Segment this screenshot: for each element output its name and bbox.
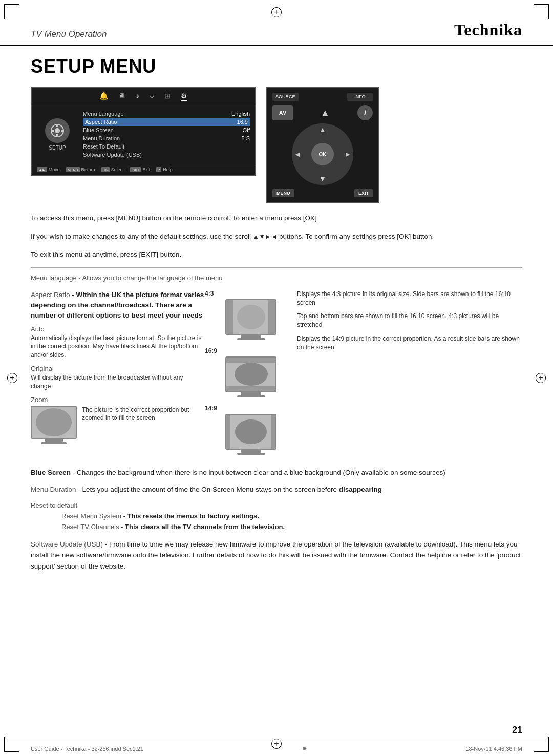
setup-icon xyxy=(45,118,70,143)
remote-menu-button: MENU xyxy=(272,189,294,197)
ratio-169-label: 16:9 xyxy=(205,347,297,354)
bell-icon: 🔔 xyxy=(99,92,108,101)
tv-menu-bottom-bar: ◄► Move MENU Return OK Select EXIT Exit … xyxy=(32,164,255,175)
page-number: 21 xyxy=(512,725,522,736)
scroll-arrows-icon: ▲▼►◄ xyxy=(253,232,278,242)
tv-menu-row-software: Software Update (USB) xyxy=(83,151,250,159)
main-content: SETUP MENU 🔔 🖥 ♪ ○ ⊞ ⚙ xyxy=(0,51,553,598)
grid-icon: ⊞ xyxy=(164,92,171,101)
svg-rect-3 xyxy=(56,134,58,137)
reset-item-menu: Reset Menu System - This resets the menu… xyxy=(31,511,522,522)
footer: User Guide - Technika - 32-256.indd Sec1… xyxy=(0,741,553,756)
dpad-down-icon: ▼ xyxy=(319,175,326,183)
remote-screenshot: SOURCE INFO AV ▲ i ▲ ▼ ◄ ► OK MENU EXIT xyxy=(266,87,379,203)
original-label: Original xyxy=(31,365,205,372)
svg-rect-2 xyxy=(56,124,58,127)
tv-menu-right: Menu Language English Aspect Ratio 16:9 … xyxy=(83,110,250,159)
music-icon: ♪ xyxy=(136,92,139,101)
remote-top-buttons: SOURCE INFO xyxy=(272,93,373,101)
tv-menu-row-aspect: Aspect Ratio 16:9 xyxy=(83,118,250,126)
menu-duration-section: Menu Duration - Lets you adjust the amou… xyxy=(31,484,522,495)
auto-desc: Automatically displays the best picture … xyxy=(31,334,205,360)
aspect-ratio-title: Aspect Ratio - Within the UK the picture… xyxy=(31,290,205,321)
reset-section: Reset to default Reset Menu System - Thi… xyxy=(31,501,522,533)
reset-title: Reset to default xyxy=(31,501,522,509)
dpad-left-icon: ◄ xyxy=(294,150,301,158)
original-section: Original Will display the picture from t… xyxy=(31,365,205,391)
original-desc: Will display the picture from the broadc… xyxy=(31,373,205,391)
auto-label: Auto xyxy=(31,325,205,333)
tv-menu-row-blue: Blue Screen Off xyxy=(83,126,250,134)
dpad-up-icon: ▲ xyxy=(319,125,326,134)
menu-language-label: Menu language - Allows you to change the… xyxy=(31,274,522,282)
gear-icon: ⚙ xyxy=(181,92,187,101)
aspect-ratio-section: Aspect Ratio - Within the UK the picture… xyxy=(31,290,522,457)
footer-right: 18-Nov-11 4:46:36 PM xyxy=(465,746,522,752)
dpad-right-icon: ► xyxy=(344,150,351,158)
aspect-ratio-left: Aspect Ratio - Within the UK the picture… xyxy=(31,290,205,457)
svg-rect-5 xyxy=(61,130,63,132)
intro-text-2: If you wish to make changes to any of th… xyxy=(31,231,522,242)
tv-menu-left: SETUP xyxy=(37,110,78,159)
up-arrow-icon: ▲ xyxy=(321,108,330,118)
zoom-tv-diagram xyxy=(31,406,77,444)
remote-exit-button: EXIT xyxy=(354,189,373,197)
remote-info-icon: i xyxy=(357,105,373,120)
ratio-169-desc: Top and bottom bars are shown to fill th… xyxy=(297,312,522,329)
ratio-43-block: 4:3 xyxy=(205,290,297,342)
remote-source-button: SOURCE xyxy=(272,93,299,101)
software-update-section: Software Update (USB) - From time to tim… xyxy=(31,539,522,572)
ratio-149-label: 14:9 xyxy=(205,405,297,412)
ratio-169-block: 16:9 xyxy=(205,347,297,400)
clock-icon: ○ xyxy=(150,92,154,101)
ratio-149-diagram xyxy=(205,414,297,455)
page-header: TV Menu Operation Technika xyxy=(0,0,553,46)
remote-av-row: AV ▲ i xyxy=(272,105,373,120)
remote-bottom-buttons: MENU EXIT xyxy=(272,189,373,197)
remote-av-button: AV xyxy=(272,105,293,120)
footer-left: User Guide - Technika - 32-256.indd Sec1… xyxy=(31,746,143,752)
tv-menu-row-reset: Reset To Default xyxy=(83,142,250,151)
tv-menu-body: SETUP Menu Language English Aspect Ratio… xyxy=(32,104,255,164)
ratio-43-diagram xyxy=(205,299,297,340)
aspect-ratio-center: 4:3 xyxy=(205,290,297,457)
ratio-169-diagram xyxy=(205,356,297,397)
tv-menu-screenshot: 🔔 🖥 ♪ ○ ⊞ ⚙ xyxy=(31,87,256,176)
setup-label: SETUP xyxy=(49,145,66,151)
zoom-label: Zoom xyxy=(31,396,205,404)
ratio-149-desc: Displays the 14:9 picture in the correct… xyxy=(297,334,522,352)
screenshots-row: 🔔 🖥 ♪ ○ ⊞ ⚙ xyxy=(31,87,522,203)
intro-text-3: To exit this menu at anytime, press [EXI… xyxy=(31,249,522,260)
monitor-icon: 🖥 xyxy=(118,92,125,101)
reset-item-channels: Reset TV Channels - This clears all the … xyxy=(31,522,522,533)
ratio-43-desc: Displays the 4:3 picture in its original… xyxy=(297,290,522,307)
header-title: TV Menu Operation xyxy=(31,29,107,39)
page-title: SETUP MENU xyxy=(31,56,522,77)
blue-screen-section: Blue Screen - Changes the background whe… xyxy=(31,467,522,478)
tv-menu-row-duration: Menu Duration 5 S xyxy=(83,134,250,142)
aspect-ratio-right: Displays the 4:3 picture in its original… xyxy=(297,290,522,457)
ratio-43-label: 4:3 xyxy=(205,290,297,297)
ratio-149-block: 14:9 xyxy=(205,405,297,457)
tv-menu-row-lang: Menu Language English xyxy=(83,110,250,118)
brand-logo: Technika xyxy=(454,20,522,39)
zoom-diagram-row: The picture is the correct proportion bu… xyxy=(31,406,205,446)
intro-text-1: To access this menu, press [MENU] button… xyxy=(31,213,522,224)
remote-dpad: ▲ ▼ ◄ ► OK xyxy=(292,123,353,185)
svg-point-1 xyxy=(55,128,60,133)
tv-menu-top-bar: 🔔 🖥 ♪ ○ ⊞ ⚙ xyxy=(32,88,255,104)
zoom-desc: The picture is the correct proportion bu… xyxy=(82,406,205,423)
divider xyxy=(31,267,522,268)
dpad-ok-button: OK xyxy=(311,143,334,165)
footer-compass-icon: ⊕ xyxy=(302,745,307,752)
auto-section: Auto Automatically displays the best pic… xyxy=(31,325,205,360)
remote-info-button: INFO xyxy=(347,93,373,101)
zoom-section: Zoom The picture is the correct proporti… xyxy=(31,396,205,446)
svg-rect-4 xyxy=(51,130,54,132)
